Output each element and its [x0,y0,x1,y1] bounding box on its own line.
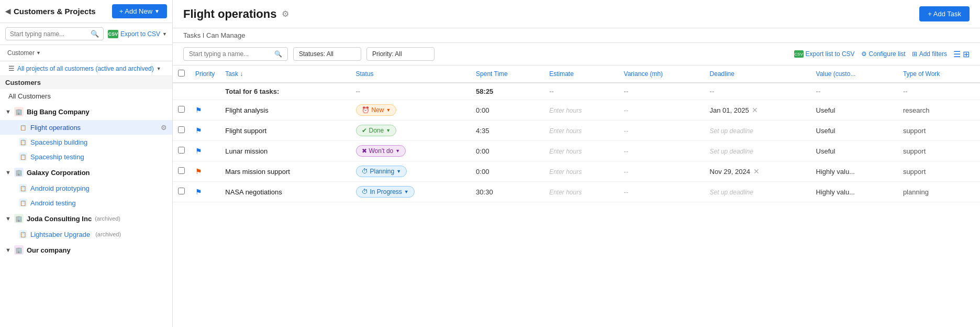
row-checkbox-cell [173,182,190,202]
all-projects-arrow-icon: ▼ [157,66,161,71]
status-dropdown-icon: ▼ [386,128,391,133]
sidebar-search-input[interactable] [10,30,87,38]
total-label-cell: Total for 6 tasks: [220,83,350,100]
row-checkbox[interactable] [178,106,185,113]
sidebar-item-flight-operations[interactable]: 📋 Flight operations ⚙ [0,120,172,135]
total-checkbox-cell [173,83,190,100]
estimate-input[interactable]: Enter hours [549,107,582,114]
row-value-cell: Highly valu... [811,161,898,182]
table-row: ⚑ Flight support ✔ Done ▼ 4:35 Enter hou… [173,121,980,141]
estimate-input[interactable]: Enter hours [549,127,582,135]
sidebar-search-row: 🔍 CSV Export to CSV ▼ [0,23,172,45]
row-deadline-cell: Nov 29, 2024 ✕ [705,161,811,182]
deadline-clear-button[interactable]: ✕ [751,106,759,114]
row-checkbox[interactable] [178,126,185,133]
status-badge[interactable]: ✖ Won't do ▼ [356,145,406,157]
list-view-icon[interactable]: ☰ [953,49,961,59]
row-value-cell: Highly valu... [811,182,898,202]
section-joda-label: Joda Consulting Inc [27,215,92,223]
row-status-cell: ✖ Won't do ▼ [351,141,471,161]
row-checkbox[interactable] [178,188,185,194]
row-task-cell: Flight analysis [220,100,350,121]
row-variance-cell: -- [619,141,705,161]
customer-filter-button[interactable]: Customer ▼ [5,48,43,58]
sidebar-item-android-prototyping[interactable]: 📋 Android prototyping [0,181,172,195]
type-text: support [903,147,926,155]
row-checkbox[interactable] [178,167,185,174]
section-galaxy: ▼ 🏢 Galaxy Corporation 📋 Android prototy… [0,164,172,210]
sidebar-all-customers[interactable]: All Customers [0,89,172,103]
add-filters-button[interactable]: ⊞ Add filters [912,50,947,58]
row-deadline-cell: Jan 01, 2025 ✕ [705,100,811,121]
all-projects-row[interactable]: ☰ All projects of all customers (active … [0,61,172,76]
main-gear-button[interactable]: ⚙ [282,9,289,19]
estimate-input[interactable]: Enter hours [549,189,582,196]
estimate-input[interactable]: Enter hours [549,148,582,155]
customer-filter-arrow-icon: ▼ [36,50,41,56]
row-priority-cell: ⚑ [190,100,220,121]
row-deadline-cell: Set up deadline [705,141,811,161]
row-checkbox[interactable] [178,147,185,154]
header-status: Status [351,66,471,83]
main-toolbar: 🔍 Statuses: All Priority: All CSV Export… [173,43,980,66]
section-ourcompany-toggle-icon: ▼ [5,247,11,253]
grid-view-icon[interactable]: ⊞ [963,49,970,59]
configure-icon: ⚙ [861,50,867,58]
status-badge[interactable]: ⏰ New ▼ [356,104,397,116]
subtitle-text: Tasks I Can Manage [183,31,246,39]
section-galaxy-header[interactable]: ▼ 🏢 Galaxy Corporation [0,164,172,181]
gear-icon-flight-ops[interactable]: ⚙ [161,124,167,132]
section-bigbang-header[interactable]: ▼ 🏢 Big Bang Company [0,103,172,120]
configure-list-button[interactable]: ⚙ Configure list [861,50,906,58]
total-estimate-cell: -- [544,83,618,100]
status-label: In Progress [370,188,402,195]
status-badge[interactable]: ⏱ Planning ▼ [356,166,407,177]
row-spent-cell: 0:00 [471,100,544,121]
add-task-button[interactable]: + Add Task [919,6,970,21]
status-badge[interactable]: ✔ Done ▼ [356,125,397,136]
lightsaber-archived-badge: (archived) [95,231,121,237]
sidebar-item-android-testing[interactable]: 📋 Android testing [0,195,172,210]
add-new-button[interactable]: + Add New ▼ [112,4,167,18]
estimate-input[interactable]: Enter hours [549,168,582,176]
sidebar-item-spaceship-building[interactable]: 📋 Spaceship building [0,135,172,149]
header-type: Type of Work [898,66,980,83]
value-text: Useful [816,147,836,155]
section-ourcompany-header[interactable]: ▼ 🏢 Our company [0,242,172,258]
task-name: NASA negotiations [225,188,282,196]
section-joda-header[interactable]: ▼ 🏢 Joda Consulting Inc (archived) [0,210,172,227]
sidebar-item-spaceship-testing[interactable]: 📋 Spaceship testing [0,149,172,164]
tasks-table-container: Priority Task ↓ Status Spent Time Estima… [173,66,980,327]
set-deadline-link[interactable]: Set up deadline [710,127,753,135]
project-icon-lightsaber: 📋 [19,230,27,238]
statuses-filter[interactable]: Statuses: All [293,47,361,61]
row-task-cell: Lunar mission [220,141,350,161]
sidebar-export-button[interactable]: CSV Export to CSV ▼ [108,30,167,38]
flight-operations-label: Flight operations [30,124,81,132]
section-ourcompany-icon: 🏢 [14,245,24,255]
value-text: Useful [816,127,836,135]
row-estimate-cell: Enter hours [544,182,618,202]
set-deadline-link[interactable]: Set up deadline [710,148,753,155]
row-variance-cell: -- [619,182,705,202]
deadline-clear-button[interactable]: ✕ [752,167,761,176]
sidebar-item-lightsaber[interactable]: 📋 Lightsaber Upgrade (archived) [0,227,172,242]
export-list-button[interactable]: CSV Export list to CSV [794,50,855,58]
row-status-cell: ✔ Done ▼ [351,121,471,141]
priority-filter[interactable]: Priority: All [366,47,435,61]
table-row: ⚑ NASA negotiations ⏱ In Progress ▼ 30:3… [173,182,980,202]
task-search-input[interactable] [189,50,271,58]
all-projects-label: All projects of all customers (active an… [17,65,154,72]
row-estimate-cell: Enter hours [544,100,618,121]
status-badge[interactable]: ⏱ In Progress ▼ [356,186,415,198]
set-deadline-link[interactable]: Set up deadline [710,189,753,196]
value-text: Useful [816,106,836,114]
select-all-checkbox[interactable] [178,70,185,77]
row-checkbox-cell [173,100,190,121]
task-search-icon: 🔍 [274,50,282,58]
header-checkbox-cell [173,66,190,83]
status-icon: ⏰ [362,106,370,114]
status-label: New [372,106,384,114]
row-value-cell: Useful [811,100,898,121]
collapse-icon[interactable]: ◀ [5,7,10,15]
